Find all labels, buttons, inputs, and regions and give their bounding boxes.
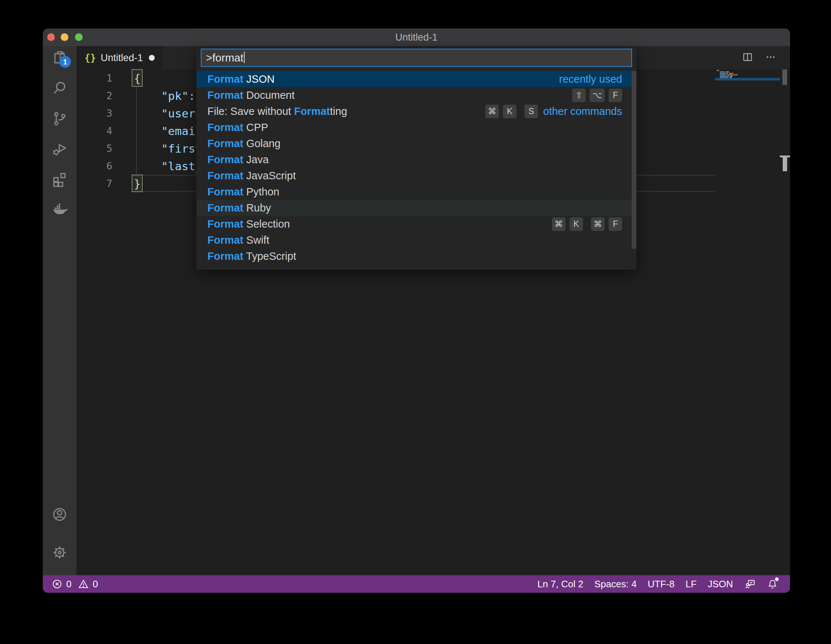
docker-icon[interactable] — [52, 201, 68, 217]
extensions-icon[interactable] — [52, 171, 68, 187]
keybinding-chip: K — [503, 105, 516, 118]
source-control-icon[interactable] — [52, 110, 68, 127]
line-number: 7 — [76, 175, 112, 193]
split-editor-icon[interactable] — [742, 52, 753, 64]
errors-icon[interactable] — [52, 579, 62, 590]
text-cursor — [244, 52, 245, 63]
warnings-count[interactable]: 0 — [92, 579, 98, 590]
code-line: } — [134, 175, 141, 193]
search-icon[interactable] — [52, 80, 68, 96]
keybinding-chip: F — [609, 89, 622, 102]
json-file-icon: {} — [84, 52, 96, 63]
status-bar: 0 0 Ln 7, Col 2Spaces: 4UTF-8LFJSON — [43, 575, 790, 593]
keybinding-chip: F — [609, 217, 622, 231]
more-actions-icon[interactable] — [765, 52, 776, 64]
keybinding-chip: ⌥ — [590, 89, 605, 102]
status-item[interactable]: UTF-8 — [648, 579, 675, 590]
command-item[interactable]: Format JSONrecently used — [196, 71, 632, 87]
errors-count[interactable]: 0 — [66, 579, 71, 590]
line-number: 1 — [76, 70, 112, 87]
command-item[interactable]: Format Ruby — [196, 200, 632, 216]
line-number: 4 — [76, 122, 112, 140]
warnings-icon[interactable] — [78, 579, 89, 590]
explorer-badge: 1 — [59, 56, 71, 68]
command-item[interactable]: Format Golang — [196, 135, 632, 151]
keybinding-chip: ⇧ — [572, 89, 586, 102]
line-number: 6 — [76, 157, 112, 175]
minimap[interactable] — [715, 70, 780, 157]
status-item[interactable]: Ln 7, Col 2 — [537, 579, 583, 590]
accounts-icon[interactable] — [52, 507, 68, 523]
feedback-icon[interactable] — [744, 578, 756, 590]
vscode-window: Untitled-1 1 — [43, 29, 790, 593]
command-item[interactable]: Format Java — [196, 151, 632, 167]
command-item[interactable]: Format Document⇧⌥F — [196, 87, 632, 103]
line-number: 5 — [76, 140, 112, 157]
command-list: Format JSONrecently usedFormat Document⇧… — [196, 71, 632, 264]
tab-untitled-1[interactable]: {} Untitled-1 — [76, 46, 163, 70]
code-line: { — [134, 70, 141, 87]
overview-ruler-thumb — [783, 157, 787, 171]
keybinding-chip: ⌘ — [591, 217, 605, 231]
command-item[interactable]: Format JavaScript — [196, 167, 632, 184]
line-number: 3 — [76, 105, 112, 122]
minimap-current-line — [715, 78, 780, 81]
command-item[interactable]: Format Swift — [196, 232, 632, 248]
command-item[interactable]: File: Save without Formatting⌘KSother co… — [196, 103, 632, 119]
activity-bar: 1 — [43, 46, 76, 575]
recently-used-label: recently used — [559, 73, 622, 85]
notifications-bell-icon[interactable] — [767, 578, 778, 590]
title-bar: Untitled-1 — [43, 29, 790, 46]
command-item[interactable]: Format CPP — [196, 119, 632, 135]
status-item[interactable]: LF — [685, 579, 696, 590]
line-number: 2 — [76, 87, 112, 105]
command-input[interactable]: >format — [201, 49, 632, 67]
window-title: Untitled-1 — [43, 29, 790, 46]
editor-scrollbar[interactable] — [782, 70, 787, 85]
other-commands-link[interactable]: other commands — [543, 105, 622, 118]
modified-dot[interactable] — [149, 55, 155, 61]
settings-gear-icon[interactable] — [52, 545, 68, 561]
keybinding-chip: K — [570, 217, 583, 231]
run-and-debug-icon[interactable] — [52, 141, 68, 157]
keybinding-chip: S — [524, 105, 538, 118]
keybinding-chip: ⌘ — [486, 105, 499, 118]
command-item[interactable]: Format Python — [196, 184, 632, 200]
status-item[interactable]: JSON — [708, 579, 733, 590]
command-palette: >format Format JSONrecently usedFormat D… — [196, 48, 637, 270]
keybinding-chip: ⌘ — [552, 217, 565, 231]
status-item[interactable]: Spaces: 4 — [594, 579, 637, 590]
command-item[interactable]: Format Selection⌘K⌘F — [196, 216, 632, 232]
command-item[interactable]: Format TypeScript — [196, 248, 632, 264]
tab-label: Untitled-1 — [100, 52, 143, 64]
palette-scrollbar[interactable] — [632, 71, 637, 249]
